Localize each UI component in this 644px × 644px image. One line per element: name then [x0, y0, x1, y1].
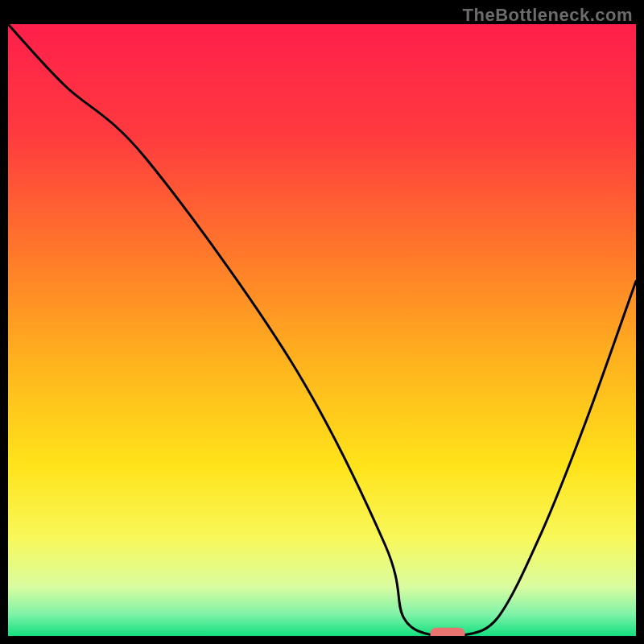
optimal-marker [431, 628, 465, 636]
chart-frame [8, 24, 636, 636]
watermark-text: TheBottleneck.com [463, 5, 633, 26]
bottleneck-chart [8, 24, 636, 636]
